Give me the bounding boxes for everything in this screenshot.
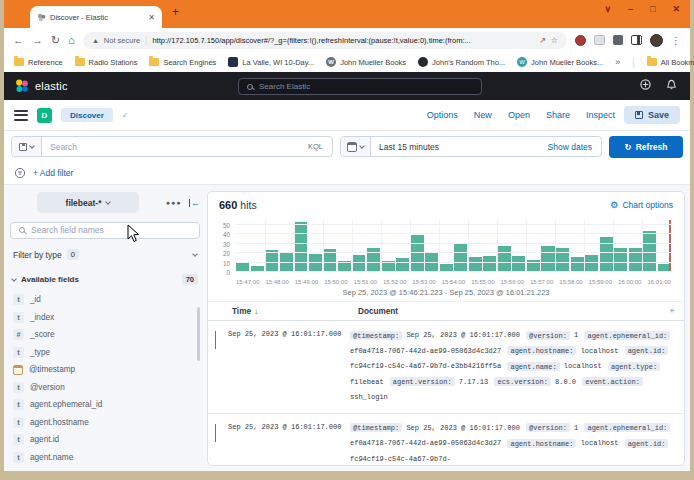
- collapse-sidebar-icon[interactable]: ←: [189, 198, 201, 208]
- histogram-bar[interactable]: [411, 235, 424, 272]
- side-panel-icon[interactable]: [631, 35, 642, 45]
- search-input[interactable]: Search: [42, 142, 308, 152]
- field-item[interactable]: tagent.id: [10, 431, 200, 449]
- time-column-header[interactable]: Time: [232, 307, 251, 316]
- menu-options[interactable]: Options: [427, 110, 458, 120]
- save-button[interactable]: Save: [624, 106, 680, 124]
- menu-open[interactable]: Open: [508, 110, 530, 120]
- bookmark-item[interactable]: WJohn Mueller Books...: [517, 57, 603, 67]
- bookmark-item[interactable]: Search Engines: [149, 58, 216, 67]
- histogram-bar[interactable]: [498, 246, 511, 272]
- field-item[interactable]: @timestamp: [10, 361, 200, 379]
- url-text[interactable]: http://172.105.7.150/app/discover#/?_g=(…: [152, 36, 534, 45]
- histogram-bar[interactable]: [309, 254, 322, 272]
- not-secure-label[interactable]: Not secure: [104, 36, 140, 45]
- filter-by-type[interactable]: Filter by type 0: [10, 249, 200, 261]
- chart-plot-area[interactable]: [236, 220, 671, 272]
- address-bar[interactable]: ▲ Not secure | http://172.105.7.150/app/…: [83, 32, 567, 49]
- menu-inspect[interactable]: Inspect: [586, 110, 615, 120]
- histogram-bar[interactable]: [512, 256, 525, 272]
- histogram-bar[interactable]: [483, 256, 496, 272]
- global-search-input[interactable]: Search Elastic: [238, 78, 482, 95]
- field-search-input[interactable]: Search field names: [10, 222, 200, 239]
- chart-options-button[interactable]: ⚙ Chart options: [610, 200, 673, 210]
- field-item[interactable]: #_score: [10, 326, 200, 344]
- field-item[interactable]: tagent.hostname: [10, 414, 200, 432]
- forward-icon[interactable]: →: [32, 35, 43, 46]
- new-tab-button[interactable]: +: [172, 5, 179, 19]
- profile-avatar[interactable]: [650, 34, 663, 47]
- histogram-bar[interactable]: [352, 255, 365, 272]
- sort-descending-icon[interactable]: ↓: [254, 307, 258, 316]
- add-filter-button[interactable]: + Add filter: [33, 168, 73, 178]
- window-close-icon[interactable]: ✕: [672, 4, 680, 14]
- filter-menu-icon[interactable]: [14, 167, 26, 179]
- expand-row-icon[interactable]: [215, 421, 228, 466]
- index-pattern-switcher[interactable]: filebeat-*: [37, 192, 139, 213]
- back-icon[interactable]: ←: [13, 35, 24, 46]
- adblock-extension-icon[interactable]: [575, 35, 586, 46]
- doc-field-name: agent.ephemeral_id:: [584, 423, 670, 432]
- sidebar-scrollbar[interactable]: [197, 307, 200, 361]
- elastic-header: elastic Search Elastic: [4, 72, 690, 100]
- doc-field-value: 7.17.13: [455, 378, 493, 386]
- share-icon[interactable]: ↗: [539, 36, 546, 45]
- bookmark-item[interactable]: La Valle, WI 10-Day...: [228, 57, 314, 67]
- bookmark-item[interactable]: John's Random Tho...: [418, 57, 505, 67]
- histogram-bar[interactable]: [396, 258, 409, 272]
- window-maximize-icon[interactable]: □: [650, 4, 655, 14]
- menu-new[interactable]: New: [474, 110, 492, 120]
- field-item[interactable]: t_index: [10, 309, 200, 327]
- screenshot-extension-icon[interactable]: [594, 35, 605, 45]
- not-secure-warning-icon[interactable]: ▲: [92, 37, 99, 44]
- reload-icon[interactable]: ↻: [51, 35, 60, 46]
- browser-tab[interactable]: Discover - Elastic ✕: [30, 6, 162, 28]
- field-item[interactable]: t_type: [10, 344, 200, 362]
- time-range-value[interactable]: Last 15 minutes: [371, 142, 439, 152]
- kql-label[interactable]: KQL: [308, 142, 332, 151]
- window-minimize-icon[interactable]: –: [628, 4, 633, 14]
- field-item[interactable]: t_id: [10, 291, 200, 309]
- field-name: agent.hostname: [30, 418, 89, 427]
- nav-menu-icon[interactable]: [14, 110, 28, 121]
- saved-query-menu-button[interactable]: [12, 137, 42, 156]
- refresh-button[interactable]: ↻ Refresh: [609, 136, 683, 158]
- field-item[interactable]: t@version: [10, 379, 200, 397]
- histogram-bar[interactable]: [425, 253, 438, 272]
- field-item[interactable]: tagent.ephemeral_id: [10, 396, 200, 414]
- histogram-bar[interactable]: [469, 257, 482, 272]
- expand-row-icon[interactable]: [215, 328, 228, 406]
- browser-menu-icon[interactable]: ⋮: [671, 35, 681, 46]
- bookmark-star-icon[interactable]: ☆: [551, 36, 558, 45]
- document-column-header[interactable]: Document: [358, 307, 669, 316]
- menu-share[interactable]: Share: [546, 110, 570, 120]
- available-fields-header[interactable]: Available fields 70: [10, 274, 200, 285]
- breadcrumb-discover[interactable]: Discover: [61, 108, 113, 122]
- bookmark-item[interactable]: Radio Stations: [75, 58, 138, 67]
- space-badge[interactable]: D: [37, 108, 52, 123]
- histogram-bar[interactable]: [454, 244, 467, 272]
- row-document: @timestamp: Sep 25, 2023 @ 16:01:17.000 …: [350, 328, 676, 406]
- date-quick-menu-button[interactable]: [341, 137, 371, 156]
- bookmarks-overflow-chevron[interactable]: »: [615, 57, 620, 67]
- histogram-bar[interactable]: [585, 255, 598, 272]
- histogram-bar[interactable]: [541, 246, 554, 272]
- gear-icon: ⚙: [610, 200, 618, 210]
- field-item[interactable]: tagent.name: [10, 449, 200, 467]
- extensions-puzzle-icon[interactable]: [613, 35, 623, 45]
- help-icon[interactable]: [640, 79, 651, 90]
- tab-close-icon[interactable]: ✕: [148, 13, 155, 22]
- index-options-icon[interactable]: ●●●: [166, 199, 182, 206]
- show-dates-button[interactable]: Show dates: [548, 142, 601, 152]
- histogram-chart[interactable]: 01020304050 15:47:0015:48:0015:49:0015:5…: [216, 219, 674, 285]
- alerts-bell-icon[interactable]: [666, 79, 677, 90]
- bookmark-item[interactable]: Reference: [14, 58, 63, 67]
- histogram-bar[interactable]: [280, 253, 293, 272]
- table-settings-icon[interactable]: ✳: [669, 307, 675, 315]
- window-menu-icon[interactable]: ∨: [604, 4, 611, 14]
- all-bookmarks-button[interactable]: All Bookmarks: [647, 58, 694, 67]
- home-icon[interactable]: ⌂: [68, 35, 75, 46]
- histogram-bar[interactable]: [571, 257, 584, 272]
- bookmark-item[interactable]: WJohn Mueller Books: [326, 57, 406, 67]
- histogram-bar[interactable]: [294, 222, 307, 272]
